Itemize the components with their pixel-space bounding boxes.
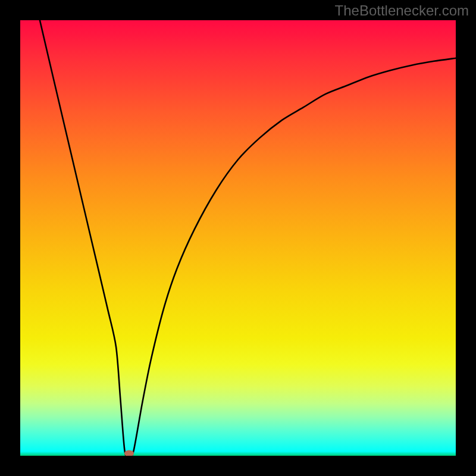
optimal-point-marker [124,450,134,456]
attribution-text: TheBottlenecker.com [335,2,469,19]
chart-frame: TheBottlenecker.com [0,0,476,476]
bottleneck-curve [20,20,456,456]
plot-area [20,20,456,456]
